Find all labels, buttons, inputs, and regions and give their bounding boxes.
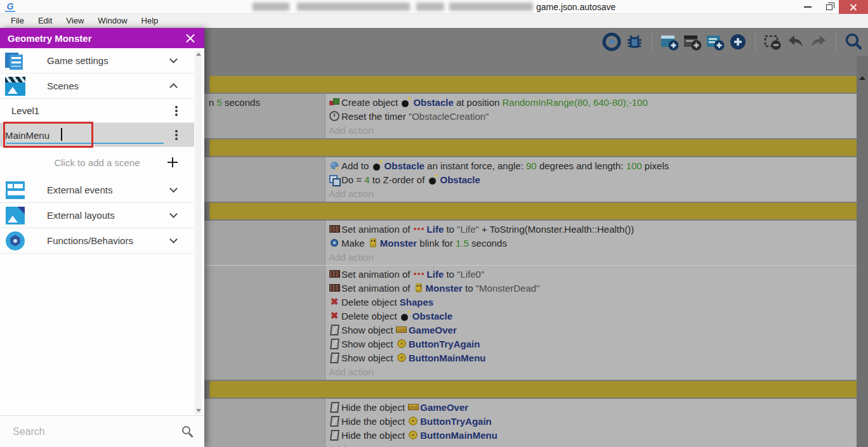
add-subevent-button[interactable] [683,32,702,51]
value-text: 90 [526,160,537,171]
add-action-button[interactable]: Add action [329,442,857,447]
comment-bar[interactable] [209,203,857,219]
add-scene-button[interactable]: Click to add a scene [0,147,194,178]
sidebar-item-game-settings[interactable]: Game settings [0,48,194,74]
action-line[interactable]: Show object ButtonTryAgain [329,337,857,351]
action-text: Show object [341,325,396,335]
add-event-other-icon [728,32,747,51]
menu-file[interactable]: File [4,14,31,28]
redacted-title-text [297,3,410,11]
conditions-cell[interactable] [204,221,326,265]
action-line[interactable]: Set animation of Life to "Life" + ToStri… [329,222,857,236]
close-panel-button[interactable] [185,33,195,43]
scroll-up-icon[interactable] [859,76,865,80]
menu-window[interactable]: Window [91,14,134,28]
event-block: Add to Obstacle an instant force, angle:… [204,157,857,202]
sidebar-item-external-layouts[interactable]: External layouts [0,203,194,228]
more-options-icon[interactable] [175,130,178,133]
chevron-down-icon[interactable] [169,55,178,63]
action-line[interactable]: Delete object Shapes [329,295,857,309]
minimize-button[interactable] [798,0,817,14]
obj-monster-icon [413,282,424,294]
events-scrollbar[interactable] [857,56,868,447]
chevron-up-icon[interactable] [169,83,178,91]
add-event-other-button[interactable] [728,32,747,51]
add-event-button[interactable] [660,32,679,51]
action-line[interactable]: Show object ButtonMainMenu [329,351,857,365]
add-comment-button[interactable] [706,32,725,51]
obj-monster-icon [367,237,379,249]
action-line[interactable]: Delete object Obstacle [329,309,857,323]
menu-help[interactable]: Help [135,14,166,28]
action-line[interactable]: Make Monster blink for 1.5 seconds [329,236,857,250]
action-text: an instant force, angle: [424,160,526,171]
action-line[interactable]: Hide the object ButtonTryAgain [329,414,857,428]
scene-item-level1[interactable]: Level1 [0,99,194,123]
condition-line[interactable]: n 5 seconds [209,95,325,109]
plus-icon[interactable] [168,157,178,167]
scene-name-input[interactable] [5,127,164,143]
object-name: Life [427,224,444,235]
add-action-button[interactable]: Add action [329,250,857,264]
comment-bar[interactable] [209,139,857,156]
chevron-down-icon[interactable] [169,235,178,243]
search-icon[interactable] [182,426,190,434]
toolbar [204,28,868,56]
action-text: Hide the object [341,402,407,413]
anim-icon [329,223,340,235]
panel-scrollbar[interactable] [195,51,202,414]
scene-item-editing[interactable] [0,123,194,147]
debug-button[interactable] [625,32,644,51]
action-line[interactable]: Set animation of Life to "Life0" [329,267,857,281]
maximize-button[interactable] [820,0,839,14]
sidebar-item-external-events[interactable]: External events [0,178,194,203]
scroll-up-icon[interactable] [196,53,201,56]
action-line[interactable]: Hide the object ButtonMainMenu [329,428,857,442]
conditions-cell[interactable] [204,399,326,447]
comment-bar[interactable] [209,381,857,398]
add-action-button[interactable]: Add action [329,186,857,200]
action-line[interactable]: Hide the object GameOver [329,400,857,414]
value-text: 5 [217,97,222,108]
action-line[interactable]: Do = 4 to Z-order of Obstacle [329,172,857,186]
redo-button[interactable] [809,32,828,51]
action-text: Reset the timer [341,111,409,122]
chevron-down-icon[interactable] [169,185,178,193]
action-line[interactable]: Set animation of Monster to "MonsterDead… [329,281,857,295]
more-options-icon[interactable] [175,106,178,108]
action-text: Create object [341,97,400,108]
conditions-cell[interactable] [204,157,326,202]
menu-edit[interactable]: Edit [31,14,59,28]
menu-view[interactable]: View [59,14,91,28]
add-action-button[interactable]: Add action [329,123,857,137]
sidebar-item-label: Game settings [47,55,109,66]
preview-play-button[interactable] [602,32,621,51]
event-block: Hide the object GameOverHide the object … [204,399,857,447]
object-name: Obstacle [412,311,452,321]
search-button[interactable] [844,32,863,51]
action-line[interactable]: Reset the timer "ObstacleCreation" [329,109,857,123]
action-line[interactable]: Show object GameOver [329,323,857,337]
preview-play-icon [602,32,621,51]
sidebar-item-functions-behaviors[interactable]: Functions/Behaviors [0,228,194,254]
action-line[interactable]: Add to Obstacle an instant force, angle:… [329,159,857,172]
app-window: G game.json.autosave FileEditViewWindowH… [0,0,868,447]
add-action-button[interactable]: Add action [329,365,857,379]
redacted-title-text [253,3,289,11]
remove-event-button[interactable] [763,32,782,51]
object-name: Monster [426,283,463,294]
undo-button[interactable] [786,32,805,51]
search-input[interactable] [13,426,165,437]
scroll-down-icon[interactable] [196,409,201,412]
zorder-icon [329,174,340,185]
string-text: "ObstacleCreation" [409,111,489,122]
action-line[interactable]: Create object Obstacle at position Rando… [329,95,857,109]
chevron-down-icon[interactable] [169,210,178,218]
conditions-cell[interactable]: n 5 seconds [204,94,326,138]
action-text: to [444,269,457,280]
conditions-cell[interactable] [204,266,326,380]
sidebar-item-scenes[interactable]: Scenes [0,74,194,99]
comment-bar[interactable] [209,76,857,93]
string-text: "Life" [457,224,479,235]
close-window-button[interactable] [839,0,868,14]
